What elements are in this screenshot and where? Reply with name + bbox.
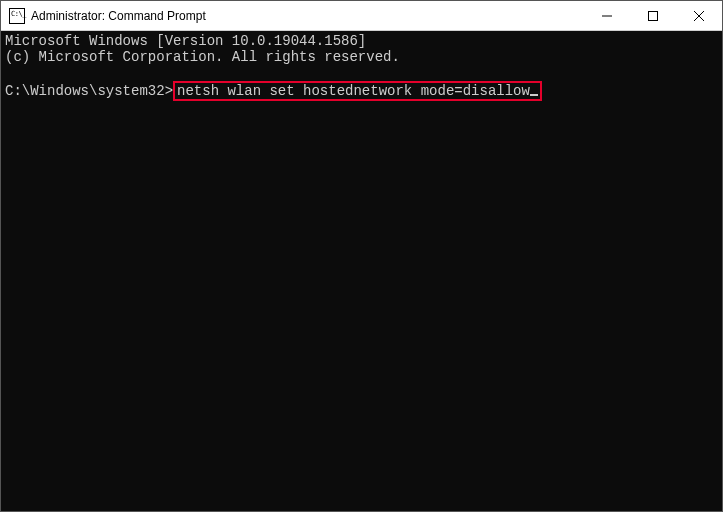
command-text: netsh wlan set hostednetwork mode=disall…	[177, 83, 530, 99]
svg-rect-1	[649, 11, 658, 20]
prompt-text: C:\Windows\system32>	[5, 83, 173, 99]
copyright-line: (c) Microsoft Corporation. All rights re…	[5, 49, 400, 65]
cmd-icon	[9, 8, 25, 24]
close-button[interactable]	[676, 1, 722, 30]
command-highlight: netsh wlan set hostednetwork mode=disall…	[173, 81, 542, 101]
titlebar[interactable]: Administrator: Command Prompt	[1, 1, 722, 31]
cursor-icon	[530, 94, 538, 96]
version-line: Microsoft Windows [Version 10.0.19044.15…	[5, 33, 366, 49]
minimize-button[interactable]	[584, 1, 630, 30]
maximize-button[interactable]	[630, 1, 676, 30]
cmd-window: Administrator: Command Prompt Microsoft …	[0, 0, 723, 512]
console-area[interactable]: Microsoft Windows [Version 10.0.19044.15…	[1, 31, 722, 511]
window-title: Administrator: Command Prompt	[31, 9, 584, 23]
window-controls	[584, 1, 722, 30]
